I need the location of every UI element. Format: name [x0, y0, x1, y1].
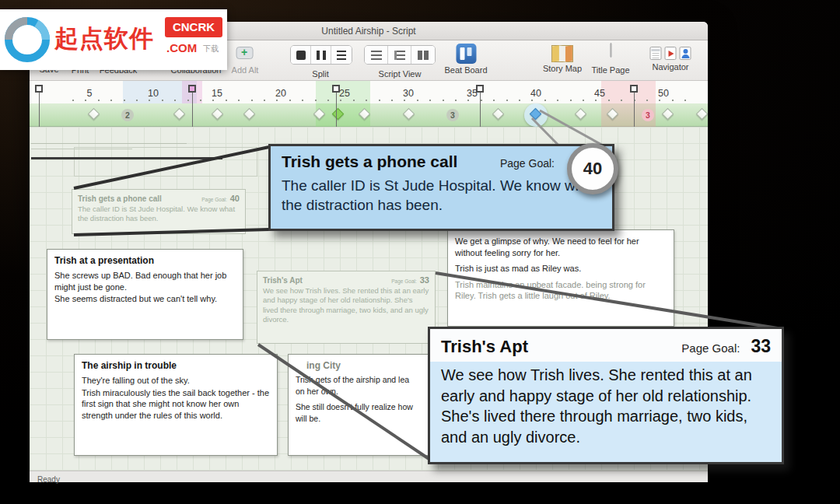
- act-marker-stem: [480, 93, 481, 127]
- beat-diamond[interactable]: [88, 108, 100, 121]
- page-tick-label: 15: [212, 88, 222, 99]
- split-single-button[interactable]: [291, 46, 311, 64]
- beat-diamond[interactable]: [173, 108, 186, 121]
- page-goal-label: Page Goal:: [500, 157, 555, 170]
- beat-diamond[interactable]: [662, 108, 674, 121]
- status-bar: Ready: [30, 471, 708, 482]
- card-title: Trish's Apt: [263, 276, 391, 285]
- card-apt-small[interactable]: Trish's Apt Page Goal: 33 We see how Tri…: [257, 271, 436, 344]
- character-icon: [680, 47, 691, 60]
- status-text: Ready: [37, 474, 60, 485]
- faded-block: [74, 147, 257, 177]
- screenshot: Untitled Airship - Script Save Print Fee…: [0, 0, 840, 504]
- card-text: She still doesn't fully realize how: [296, 402, 428, 413]
- act-marker[interactable]: [35, 85, 43, 93]
- vertical-split-icon: [317, 51, 326, 60]
- card-text: She seems distracted but we can't tell w…: [54, 293, 236, 305]
- toolbar-navigator[interactable]: Navigator: [650, 44, 691, 72]
- beat-diamond[interactable]: [696, 108, 709, 121]
- beat-count-badge[interactable]: 2: [121, 109, 134, 121]
- beat-board-icon: [456, 44, 476, 64]
- act-marker[interactable]: [188, 85, 196, 93]
- card-text: will be.: [296, 414, 428, 425]
- page-tick-label: 45: [594, 88, 605, 99]
- page-tick-label: 25: [339, 88, 350, 99]
- script-lines-icon: [371, 51, 382, 60]
- card-airship[interactable]: The airship in trouble They're falling o…: [74, 354, 278, 456]
- script-view-label: Script View: [379, 69, 422, 79]
- act-marker[interactable]: [332, 85, 340, 93]
- horizontal-split-icon: [337, 51, 346, 60]
- card-city[interactable]: ing City Trish gets of the airship and l…: [288, 354, 436, 456]
- toolbar-title-page[interactable]: Title Page: [591, 44, 629, 75]
- single-pane-icon: [296, 51, 306, 60]
- script-view-normal-button[interactable]: [365, 46, 388, 64]
- toolbar-beat-board[interactable]: Beat Board: [444, 44, 487, 75]
- card-title: Trish gets a phone call: [282, 152, 500, 171]
- page-goal-label: Page Goal:: [681, 341, 740, 355]
- watermark-download-label: 下载: [203, 44, 219, 54]
- beat-diamond[interactable]: [403, 108, 415, 121]
- act-marker-stem: [192, 93, 193, 127]
- split-horizontal-button[interactable]: [331, 46, 352, 64]
- magnified-card-apt[interactable]: Trish's Apt Page Goal: 33 We see how Tri…: [428, 327, 784, 464]
- act-marker-stem: [336, 93, 337, 127]
- watermark-site: CNCRK: [165, 17, 222, 37]
- card-text: We get a glimpse of why. We need to feel…: [455, 236, 667, 258]
- page-tick-label: 5: [87, 88, 93, 99]
- page-tick-label: 10: [148, 88, 159, 99]
- split-label: Split: [312, 69, 328, 79]
- card-title: Trish's Apt: [441, 337, 681, 357]
- split-vertical-button[interactable]: [311, 46, 331, 64]
- watermark-brand: 起点软件: [54, 23, 154, 55]
- beat-diamond[interactable]: [243, 108, 256, 121]
- story-map-ruler: 5 10 15 20 25 30 35 40 45 50: [30, 81, 708, 103]
- beat-diamond[interactable]: [212, 108, 224, 121]
- card-text: She screws up BAD. Bad enough that her j…: [54, 270, 236, 292]
- beat-diamond[interactable]: [492, 108, 505, 121]
- script-view-columns-button[interactable]: [411, 46, 435, 64]
- navigator-label: Navigator: [650, 62, 691, 72]
- act-marker[interactable]: [476, 85, 484, 93]
- add-alt-icon: [235, 44, 255, 64]
- card-title: Trish at a presentation: [54, 255, 236, 266]
- watermark: 起点软件 CNCRK .COM 下载: [0, 9, 227, 70]
- card-title: The airship in trouble: [82, 360, 270, 371]
- page-goal-value: 33: [751, 336, 771, 357]
- card-text: Trish maintains an upbeat facade. being …: [455, 279, 667, 302]
- add-alt-label: Add Alt: [232, 65, 259, 75]
- script-columns-icon: [418, 51, 429, 60]
- beat-diamond[interactable]: [575, 108, 587, 121]
- page-goal-label: Page Goal:: [201, 197, 227, 202]
- card-glimpse[interactable]: We get a glimpse of why. We need to feel…: [447, 229, 674, 327]
- story-map-icon: [551, 45, 573, 62]
- page-goal-value: 40: [230, 194, 240, 203]
- watermark-logo: [2, 15, 52, 65]
- title-page-label: Title Page: [591, 65, 629, 75]
- toolbar-add-alt[interactable]: Add Alt: [232, 44, 259, 75]
- split-segmented-control: [290, 45, 352, 65]
- act-marker-stem: [634, 93, 635, 127]
- page-tick-label: 50: [658, 88, 669, 99]
- toolbar-story-map[interactable]: Story Map: [543, 44, 582, 73]
- card-text: Trish miraculously ties the sail back to…: [82, 387, 270, 422]
- beat-count-badge[interactable]: 3: [446, 109, 459, 121]
- card-text: Trish gets of the airship and lea: [296, 375, 428, 386]
- calendar-icon: [650, 47, 662, 60]
- card-presentation[interactable]: Trish at a presentation She screws up BA…: [47, 249, 243, 340]
- play-marker-icon: [665, 47, 677, 60]
- script-indent-icon: [394, 51, 405, 60]
- card-text: They're falling out of the sky.: [82, 375, 270, 387]
- card-phone-call-small[interactable]: Trish gets a phone call Page Goal: 40 Th…: [72, 189, 246, 234]
- title-page-icon: [610, 43, 611, 58]
- page-tick-label: 40: [530, 88, 541, 99]
- script-view-indented-button[interactable]: [388, 46, 411, 64]
- story-map-band: 2 3 3: [30, 103, 708, 127]
- page-goal-lens: 40: [567, 143, 618, 194]
- magnified-card-phone-call[interactable]: Trish gets a phone call Page Goal: The c…: [268, 144, 614, 231]
- act-marker[interactable]: [630, 85, 638, 93]
- card-text: We see how Trish lives. She rented this …: [263, 286, 429, 324]
- card-text: The caller ID is St Jude Hospital. We kn…: [78, 205, 240, 224]
- beat-count-badge[interactable]: 3: [642, 109, 654, 121]
- page-goal-label: Page Goal:: [391, 278, 417, 284]
